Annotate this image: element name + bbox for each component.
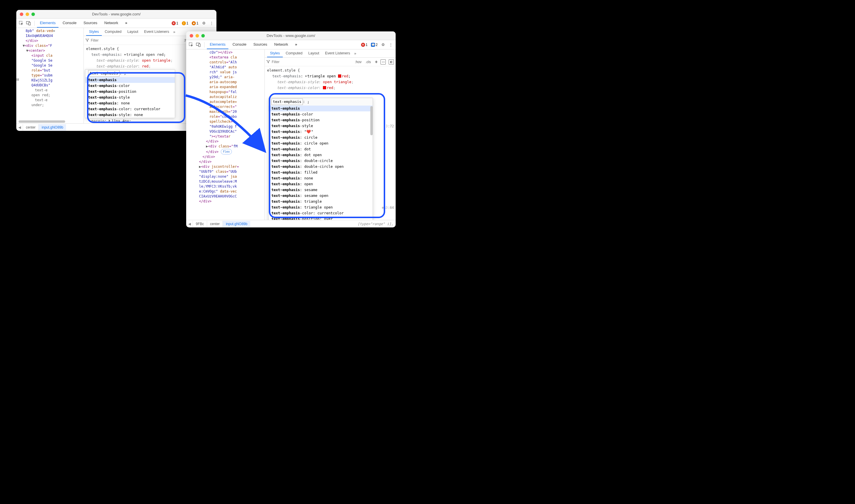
new-rule-icon[interactable]: +: [374, 59, 379, 65]
warnings-badge[interactable]: !1: [182, 21, 189, 25]
autocomplete-item[interactable]: text-emphasis: circle open: [268, 141, 373, 146]
errors-badge[interactable]: ✕1: [361, 43, 368, 47]
css-property-input[interactable]: text-emphasis: [88, 70, 120, 76]
tab-console[interactable]: Console: [60, 19, 79, 28]
autocomplete-item[interactable]: text-emphasis: dot: [268, 146, 373, 152]
autocomplete-item[interactable]: text-emphasis: circle: [268, 134, 373, 141]
tab-network[interactable]: Network: [271, 40, 291, 49]
computed-toggle-icon[interactable]: ▭: [380, 59, 386, 65]
svg-rect-2: [29, 22, 31, 25]
subtab-event-listeners[interactable]: Event Listeners: [322, 50, 353, 57]
tab-sources[interactable]: Sources: [250, 40, 270, 49]
autocomplete-item[interactable]: text-emphasis: [85, 77, 175, 83]
crumb-input[interactable]: input.gNO89b: [38, 124, 66, 130]
css-property-input[interactable]: text-emphasis: [271, 98, 303, 105]
minimize-icon[interactable]: [196, 34, 199, 37]
autocomplete-input-row: text-emphasis: ;: [85, 70, 175, 77]
settings-icon[interactable]: ⚙: [380, 41, 386, 48]
inspect-icon[interactable]: [188, 41, 194, 48]
autocomplete-item[interactable]: text-emphasis-style: [268, 123, 373, 129]
autocomplete-item[interactable]: text-emphasis-style: none: [85, 112, 175, 118]
window-title: DevTools - www.google.com/: [189, 33, 393, 38]
subtab-styles[interactable]: Styles: [267, 50, 283, 57]
autocomplete-item[interactable]: text-emphasis: double-circle: [268, 158, 373, 164]
subtab-layout[interactable]: Layout: [305, 50, 322, 57]
device-toolbar-icon[interactable]: [196, 41, 202, 48]
settings-icon[interactable]: ⚙: [201, 20, 207, 26]
autocomplete-item[interactable]: text-emphasis-style: [85, 94, 175, 100]
autocomplete-popup: text-emphasis: ; text-emphasistext-empha…: [85, 69, 175, 118]
crumb-center[interactable]: center: [207, 221, 222, 227]
sidebar-toggle-icon[interactable]: ◧: [389, 59, 394, 65]
subtab-event-listeners[interactable]: Event Listeners: [141, 28, 172, 36]
svg-rect-5: [199, 43, 200, 47]
kebab-icon[interactable]: ⋮: [208, 20, 215, 26]
autocomplete-popup: text-emphasis: ; text-emphasistext-empha…: [268, 98, 373, 220]
autocomplete-item[interactable]: text-emphasis: filled: [268, 169, 373, 175]
subtab-styles[interactable]: Styles: [86, 28, 102, 36]
crumb-input[interactable]: input.gNO89b: [222, 221, 250, 227]
filter-input[interactable]: [91, 38, 181, 42]
v-scrollbar[interactable]: [370, 106, 373, 135]
tab-elements[interactable]: Elements: [37, 19, 58, 28]
h-scrollbar[interactable]: [19, 121, 65, 123]
styles-rules[interactable]: element.style { text-emphasis: ▼triangle…: [265, 66, 396, 220]
zoom-icon[interactable]: [31, 13, 35, 16]
device-toolbar-icon[interactable]: [25, 20, 32, 26]
tab-sources[interactable]: Sources: [81, 19, 100, 28]
traffic-lights: [190, 34, 205, 37]
user-agent-note: [type="range" i],: [355, 221, 396, 227]
autocomplete-item[interactable]: text-emphasis: sesame open: [268, 193, 373, 199]
inspect-icon[interactable]: [18, 20, 24, 26]
rule-location[interactable]: ex):64: [382, 205, 394, 211]
autocomplete-item[interactable]: text-emphasis: none: [268, 175, 373, 181]
crumb-9fbc[interactable]: 9FBc: [193, 221, 207, 227]
annotation-arrow: [183, 93, 273, 160]
autocomplete-item[interactable]: text-emphasis-position: [85, 89, 175, 94]
crumb-prev-icon[interactable]: ◀: [16, 125, 23, 129]
autocomplete-item[interactable]: text-emphasis: triangle open: [268, 204, 373, 210]
autocomplete-item[interactable]: text-emphasis: dot open: [268, 152, 373, 158]
errors-badge[interactable]: ✕1: [172, 21, 178, 25]
more-subtabs-button[interactable]: »: [353, 52, 357, 56]
autocomplete-item[interactable]: text-emphasis: open: [268, 181, 373, 187]
autocomplete-item[interactable]: text-emphasis-color: currentcolor: [85, 106, 175, 112]
dom-tree[interactable]: 8pb" data-ved= IAxUqWUEAHQU4 </div> ▼<di…: [16, 28, 84, 123]
more-subtabs-button[interactable]: »: [172, 30, 176, 34]
crumb-center[interactable]: center: [23, 124, 38, 130]
autocomplete-item[interactable]: text-emphasis-position: over: [268, 216, 373, 220]
filter-icon: [266, 60, 270, 64]
close-icon[interactable]: [20, 13, 23, 16]
more-tabs-button[interactable]: »: [122, 19, 130, 28]
autocomplete-item[interactable]: text-emphasis-color: [268, 111, 373, 117]
subtab-computed[interactable]: Computed: [102, 28, 125, 36]
autocomplete-item[interactable]: text-emphasis-color: [85, 83, 175, 89]
close-icon[interactable]: [190, 34, 193, 37]
tab-console[interactable]: Console: [230, 40, 249, 49]
subtab-layout[interactable]: Layout: [125, 28, 141, 36]
subtab-computed[interactable]: Computed: [283, 50, 305, 57]
filter-input[interactable]: [272, 60, 352, 64]
tab-elements[interactable]: Elements: [207, 40, 228, 49]
autocomplete-item[interactable]: text-emphasis-position: [268, 117, 373, 123]
issues-badge[interactable]: ■1: [192, 21, 198, 25]
crumb-prev-icon[interactable]: ◀: [186, 222, 193, 226]
rule-location[interactable]: ):72: [386, 123, 394, 129]
autocomplete-list-2: text-emphasistext-emphasis-colortext-emp…: [268, 106, 373, 220]
autocomplete-item[interactable]: text-emphasis: "❤️": [268, 129, 373, 134]
kebab-icon[interactable]: ⋮: [388, 41, 394, 48]
autocomplete-item[interactable]: text-emphasis: sesame: [268, 187, 373, 193]
messages-badge[interactable]: 💬2: [371, 43, 378, 47]
tab-network[interactable]: Network: [102, 19, 121, 28]
zoom-icon[interactable]: [201, 34, 205, 37]
autocomplete-item[interactable]: text-emphasis: double-circle open: [268, 164, 373, 169]
dragger-icon[interactable]: [16, 78, 20, 80]
minimize-icon[interactable]: [25, 13, 29, 16]
cls-button[interactable]: .cls: [364, 59, 372, 65]
autocomplete-item[interactable]: text-emphasis: none: [85, 100, 175, 106]
more-tabs-button[interactable]: »: [292, 40, 300, 49]
autocomplete-item[interactable]: text-emphasis: triangle: [268, 199, 373, 204]
autocomplete-item[interactable]: text-emphasis: [268, 106, 373, 111]
hov-button[interactable]: :hov: [354, 59, 363, 65]
autocomplete-item[interactable]: text-emphasis-color: currentcolor: [268, 210, 373, 216]
